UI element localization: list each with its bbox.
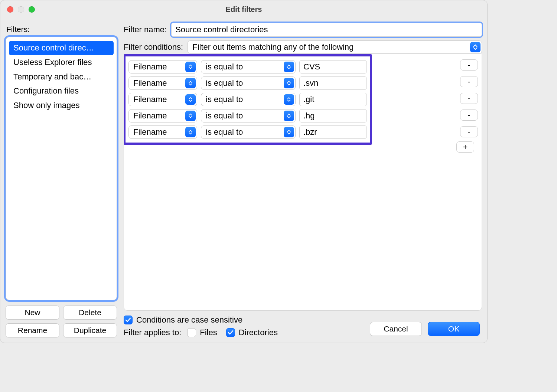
condition-row: Filename is equal to xyxy=(128,124,367,140)
filter-item[interactable]: Useless Explorer files xyxy=(9,55,114,70)
condition-op-select[interactable]: is equal to xyxy=(201,60,296,74)
applies-to-directories-label: Directories xyxy=(239,328,278,337)
condition-field-select[interactable]: Filename xyxy=(128,76,197,90)
updown-icon xyxy=(470,42,481,52)
window-title: Edit filters xyxy=(0,5,487,14)
filter-list[interactable]: Source control direc… Useless Explorer f… xyxy=(6,37,117,300)
condition-op-value: is equal to xyxy=(206,62,243,72)
condition-field-select[interactable]: Filename xyxy=(128,109,197,122)
condition-value-input[interactable] xyxy=(299,93,367,106)
condition-op-value: is equal to xyxy=(206,127,243,137)
condition-value-input[interactable] xyxy=(299,125,367,139)
case-sensitive-checkbox[interactable] xyxy=(124,316,133,324)
condition-row: Filename is equal to xyxy=(128,108,367,124)
window-controls xyxy=(7,6,35,13)
condition-field-value: Filename xyxy=(133,78,167,88)
conditions-panel: Filename is equal to xyxy=(124,54,482,311)
condition-field-value: Filename xyxy=(133,95,167,104)
remove-condition-button[interactable]: - xyxy=(460,59,478,71)
condition-op-value: is equal to xyxy=(206,111,243,121)
filter-item[interactable]: Show only images xyxy=(9,98,114,113)
updown-icon xyxy=(284,78,294,88)
condition-op-select[interactable]: is equal to xyxy=(201,76,296,90)
case-sensitive-label: Conditions are case sensitive xyxy=(136,315,242,325)
delete-button[interactable]: Delete xyxy=(63,306,117,320)
minimize-icon[interactable] xyxy=(18,6,24,13)
updown-icon xyxy=(185,62,196,72)
filter-name-row: Filter name: xyxy=(124,23,482,37)
condition-field-select[interactable]: Filename xyxy=(128,60,197,74)
add-condition-button[interactable]: + xyxy=(456,141,474,153)
condition-value-input[interactable] xyxy=(299,76,367,90)
main: Filter name: Filter conditions: Filter o… xyxy=(124,23,482,337)
filter-conditions-row: Filter conditions: Filter out items matc… xyxy=(124,40,482,54)
titlebar: Edit filters xyxy=(0,0,487,18)
remove-condition-button[interactable]: - xyxy=(460,110,478,121)
applies-to-files-checkbox[interactable] xyxy=(187,328,196,337)
updown-icon xyxy=(284,62,294,72)
updown-icon xyxy=(185,111,196,121)
filter-conditions-value: Filter out items matching any of the fol… xyxy=(192,42,354,52)
filter-conditions-select[interactable]: Filter out items matching any of the fol… xyxy=(188,40,482,54)
close-icon[interactable] xyxy=(7,6,13,13)
highlighted-conditions: Filename is equal to xyxy=(124,54,372,145)
updown-icon xyxy=(185,94,196,105)
updown-icon xyxy=(185,127,196,137)
remove-condition-button[interactable]: - xyxy=(460,126,478,137)
duplicate-button[interactable]: Duplicate xyxy=(63,323,117,337)
filters-label: Filters: xyxy=(6,25,117,34)
remove-condition-button[interactable]: - xyxy=(460,76,478,87)
condition-value-input[interactable] xyxy=(299,60,367,74)
new-button[interactable]: New xyxy=(6,306,59,320)
condition-op-select[interactable]: is equal to xyxy=(201,109,296,122)
condition-op-select[interactable]: is equal to xyxy=(201,125,296,139)
filter-item[interactable]: Configuration files xyxy=(9,84,114,98)
rename-button[interactable]: Rename xyxy=(6,323,59,337)
applies-to-directories-checkbox[interactable] xyxy=(226,328,235,337)
condition-field-value: Filename xyxy=(133,62,167,72)
condition-op-select[interactable]: is equal to xyxy=(201,93,296,106)
updown-icon xyxy=(284,94,294,105)
filter-conditions-label: Filter conditions: xyxy=(124,42,183,52)
updown-icon xyxy=(185,78,196,88)
condition-op-value: is equal to xyxy=(206,78,243,88)
sidebar-buttons: New Delete Rename Duplicate xyxy=(6,306,117,337)
footer: Cancel OK xyxy=(370,322,480,336)
zoom-icon[interactable] xyxy=(29,6,35,13)
content: Filters: Source control direc… Useless E… xyxy=(0,18,487,343)
condition-field-select[interactable]: Filename xyxy=(128,93,197,106)
applies-to-label: Filter applies to: xyxy=(124,328,181,337)
filter-name-label: Filter name: xyxy=(124,25,167,35)
filter-item[interactable]: Temporary and bac… xyxy=(9,70,114,84)
ok-button[interactable]: OK xyxy=(428,322,480,336)
condition-row: Filename is equal to xyxy=(128,75,367,91)
remove-condition-button[interactable]: - xyxy=(460,93,478,104)
condition-row: Filename is equal to xyxy=(128,91,367,108)
sidebar: Filters: Source control direc… Useless E… xyxy=(6,23,117,337)
condition-field-value: Filename xyxy=(133,127,167,137)
edit-filters-window: Edit filters Filters: Source control dir… xyxy=(0,0,488,343)
filter-item[interactable]: Source control direc… xyxy=(9,41,114,55)
cancel-button[interactable]: Cancel xyxy=(370,322,422,336)
updown-icon xyxy=(284,111,294,121)
filter-name-input[interactable] xyxy=(171,23,482,37)
condition-field-select[interactable]: Filename xyxy=(128,125,197,139)
condition-op-value: is equal to xyxy=(206,95,243,104)
condition-field-value: Filename xyxy=(133,111,167,121)
condition-value-input[interactable] xyxy=(299,109,367,122)
applies-to-files-label: Files xyxy=(200,328,217,337)
updown-icon xyxy=(284,127,294,137)
condition-row: Filename is equal to xyxy=(128,59,367,75)
